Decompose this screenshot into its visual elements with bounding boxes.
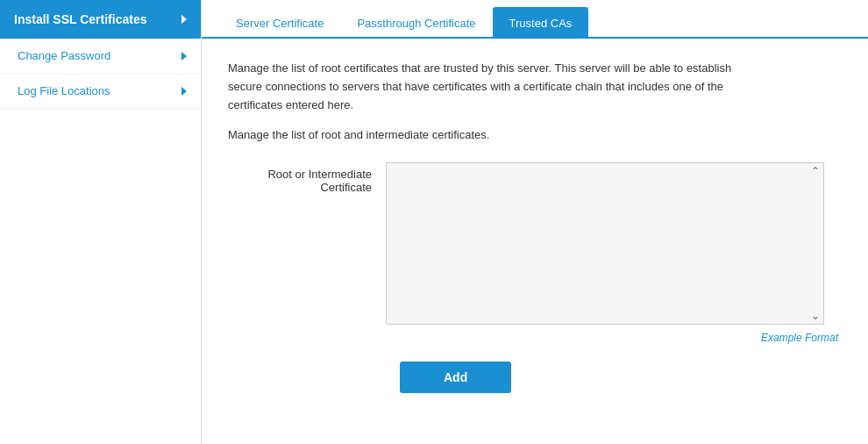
chevron-right-icon: [181, 87, 187, 96]
tab-server-certificate[interactable]: Server Certificate: [219, 7, 340, 39]
example-format-link[interactable]: Example Format: [400, 332, 838, 344]
chevron-right-icon: [181, 15, 187, 24]
certificate-form-row: Root or Intermediate Certificate ⌃ ⌄: [228, 162, 842, 325]
tab-server-certificate-label: Server Certificate: [236, 17, 324, 30]
scroll-up-icon[interactable]: ⌃: [811, 165, 820, 177]
sidebar-item-change-password[interactable]: Change Password: [0, 39, 201, 74]
description-text-2: Manage the list of root and intermediate…: [228, 128, 842, 141]
sidebar-item-install-ssl-label: Install SSL Certificates: [14, 12, 146, 26]
scroll-down-icon[interactable]: ⌄: [811, 310, 820, 322]
content-area: Manage the list of root certificates tha…: [202, 39, 868, 414]
description-text-1: Manage the list of root certificates tha…: [228, 60, 754, 114]
certificate-textarea-wrapper: ⌃ ⌄: [386, 162, 824, 325]
chevron-right-icon: [181, 52, 187, 61]
sidebar-item-install-ssl[interactable]: Install SSL Certificates: [0, 0, 201, 39]
sidebar-item-change-password-label: Change Password: [18, 49, 110, 62]
tab-passthrough-certificate-label: Passthrough Certificate: [357, 17, 475, 30]
certificate-field-label: Root or Intermediate Certificate: [228, 162, 386, 194]
certificate-textarea[interactable]: [387, 163, 823, 321]
tab-trusted-cas-label: Trusted CAs: [509, 17, 573, 30]
sidebar: Install SSL Certificates Change Password…: [0, 0, 202, 444]
add-button[interactable]: Add: [400, 362, 511, 393]
tab-passthrough-certificate[interactable]: Passthrough Certificate: [340, 7, 492, 39]
main-content: Server Certificate Passthrough Certifica…: [202, 0, 868, 444]
sidebar-item-log-file-locations[interactable]: Log File Locations: [0, 74, 201, 109]
tab-bar: Server Certificate Passthrough Certifica…: [202, 0, 868, 39]
sidebar-item-log-file-locations-label: Log File Locations: [18, 84, 110, 97]
tab-trusted-cas[interactable]: Trusted CAs: [493, 7, 589, 39]
